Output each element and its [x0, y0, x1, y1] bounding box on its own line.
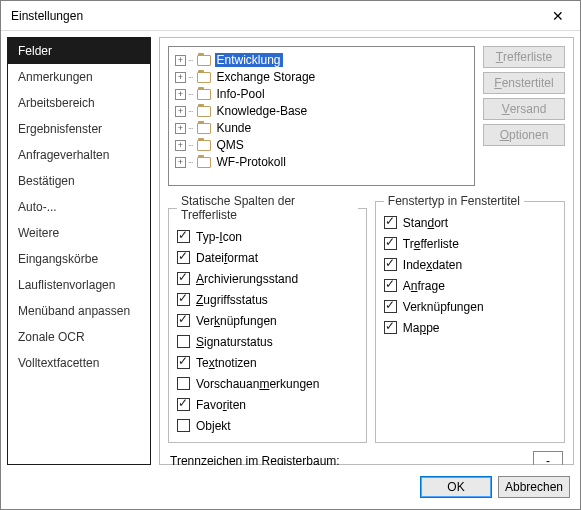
checkbox-row[interactable]: Vorschauanmerkungen [177, 373, 358, 394]
tree-item[interactable]: +···Entwicklung [175, 52, 468, 68]
tree-connector-icon: ··· [188, 72, 193, 82]
group-legend: Fenstertyp in Fenstertitel [384, 194, 524, 208]
tree-item[interactable]: +···Exchange Storage [175, 69, 468, 85]
checkbox-row[interactable]: Typ-Icon [177, 226, 358, 247]
checkbox-label: Signaturstatus [196, 335, 273, 349]
nav-item[interactable]: Anfrageverhalten [8, 142, 150, 168]
checkbox-icon[interactable] [177, 377, 190, 390]
tree-connector-icon: ··· [188, 140, 193, 150]
folder-icon [197, 55, 211, 66]
cancel-button[interactable]: Abbrechen [498, 476, 570, 498]
ok-button[interactable]: OK [420, 476, 492, 498]
checkbox-label: Archivierungsstand [196, 272, 298, 286]
tree-item[interactable]: +···Knowledge-Base [175, 103, 468, 119]
checkbox-row[interactable]: Textnotizen [177, 352, 358, 373]
tree-item-label: WF-Protokoll [215, 155, 288, 169]
archive-tree[interactable]: +···Entwicklung+···Exchange Storage+···I… [168, 46, 475, 186]
tree-connector-icon: ··· [188, 123, 193, 133]
group-legend: Statische Spalten der Trefferliste [177, 194, 358, 222]
nav-item[interactable]: Volltextfacetten [8, 350, 150, 376]
nav-item[interactable]: Weitere [8, 220, 150, 246]
checkbox-label: Standort [403, 216, 448, 230]
checkbox-icon[interactable] [177, 272, 190, 285]
expand-icon[interactable]: + [175, 72, 186, 83]
nav-item[interactable]: Anmerkungen [8, 64, 150, 90]
checkbox-label: Verknüpfungen [196, 314, 277, 328]
tree-connector-icon: ··· [188, 157, 193, 167]
tree-item-label: Info-Pool [215, 87, 267, 101]
checkbox-row[interactable]: Verknüpfungen [177, 310, 358, 331]
nav-item[interactable]: Eingangskörbe [8, 246, 150, 272]
checkbox-row[interactable]: Standort [384, 212, 556, 233]
tree-item[interactable]: +···QMS [175, 137, 468, 153]
dialog-window: Einstellungen ✕ FelderAnmerkungenArbeits… [0, 0, 581, 510]
checkbox-label: Favoriten [196, 398, 246, 412]
tree-item[interactable]: +···Info-Pool [175, 86, 468, 102]
checkbox-row[interactable]: Indexdaten [384, 254, 556, 275]
nav-item[interactable]: Ergebnisfenster [8, 116, 150, 142]
expand-icon[interactable]: + [175, 55, 186, 66]
checkbox-label: Objekt [196, 419, 231, 433]
checkbox-label: Zugriffsstatus [196, 293, 268, 307]
checkbox-row[interactable]: Dateiformat [177, 247, 358, 268]
tree-item[interactable]: +···Kunde [175, 120, 468, 136]
checkbox-row[interactable]: Zugriffsstatus [177, 289, 358, 310]
folder-icon [197, 72, 211, 83]
expand-icon[interactable]: + [175, 89, 186, 100]
checkbox-icon[interactable] [384, 300, 397, 313]
checkbox-label: Trefferliste [403, 237, 459, 251]
checkbox-icon[interactable] [177, 335, 190, 348]
folder-icon [197, 157, 211, 168]
folder-icon [197, 123, 211, 134]
tree-item[interactable]: +···WF-Protokoll [175, 154, 468, 170]
checkbox-icon[interactable] [384, 279, 397, 292]
category-list: FelderAnmerkungenArbeitsbereichErgebnisf… [7, 37, 151, 465]
checkbox-icon[interactable] [177, 314, 190, 327]
group-static-columns: Statische Spalten der Trefferliste Typ-I… [168, 194, 367, 443]
folder-icon [197, 89, 211, 100]
nav-item[interactable]: Zonale OCR [8, 324, 150, 350]
expand-icon[interactable]: + [175, 157, 186, 168]
separator-input[interactable]: - [533, 451, 563, 465]
checkbox-icon[interactable] [177, 419, 190, 432]
checkbox-row[interactable]: Signaturstatus [177, 331, 358, 352]
nav-item[interactable]: Auto-... [8, 194, 150, 220]
checkbox-row[interactable]: Trefferliste [384, 233, 556, 254]
checkbox-icon[interactable] [177, 356, 190, 369]
tree-item-label: Knowledge-Base [215, 104, 310, 118]
nav-item[interactable]: Bestätigen [8, 168, 150, 194]
checkbox-row[interactable]: Verknüpfungen [384, 296, 556, 317]
checkbox-icon[interactable] [177, 398, 190, 411]
checkbox-icon[interactable] [177, 251, 190, 264]
nav-item[interactable]: Lauflistenvorlagen [8, 272, 150, 298]
expand-icon[interactable]: + [175, 123, 186, 134]
checkbox-icon[interactable] [384, 321, 397, 334]
checkbox-icon[interactable] [384, 237, 397, 250]
checkbox-icon[interactable] [177, 293, 190, 306]
checkbox-list-windowtype: StandortTrefferlisteIndexdatenAnfrageVer… [384, 212, 556, 338]
checkbox-row[interactable]: Mappe [384, 317, 556, 338]
nav-item[interactable]: Felder [8, 38, 150, 64]
checkbox-icon[interactable] [384, 216, 397, 229]
expand-icon[interactable]: + [175, 106, 186, 117]
expand-icon[interactable]: + [175, 140, 186, 151]
window-title: Einstellungen [11, 9, 536, 23]
nav-item[interactable]: Arbeitsbereich [8, 90, 150, 116]
checkbox-row[interactable]: Archivierungsstand [177, 268, 358, 289]
folder-icon [197, 106, 211, 117]
checkbox-row[interactable]: Objekt [177, 415, 358, 436]
nav-item[interactable]: Menüband anpassen [8, 298, 150, 324]
side-button-group: TrefferlisteFenstertitelVersandOptionen [483, 46, 565, 186]
checkbox-label: Anfrage [403, 279, 445, 293]
checkbox-row[interactable]: Anfrage [384, 275, 556, 296]
side-button: Versand [483, 98, 565, 120]
tree-connector-icon: ··· [188, 55, 193, 65]
checkbox-icon[interactable] [384, 258, 397, 271]
dialog-footer: OK Abbrechen [1, 465, 580, 509]
tree-item-label: Exchange Storage [215, 70, 318, 84]
checkbox-row[interactable]: Favoriten [177, 394, 358, 415]
group-window-type: Fenstertyp in Fenstertitel StandortTreff… [375, 194, 565, 443]
close-icon[interactable]: ✕ [536, 1, 580, 31]
checkbox-icon[interactable] [177, 230, 190, 243]
separator-label: Trennzeichen im Registerbaum: [170, 454, 340, 465]
